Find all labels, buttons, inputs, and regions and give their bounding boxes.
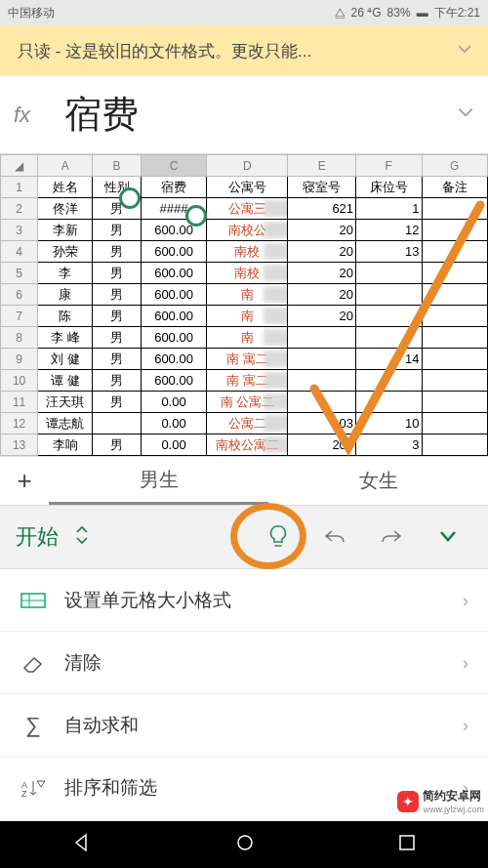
tab-male[interactable]: 男生 xyxy=(49,457,268,505)
cell-apt[interactable]: 南 xyxy=(207,306,288,327)
cell-fee[interactable]: 0.00 xyxy=(141,434,206,456)
row-num[interactable]: 10 xyxy=(1,370,38,392)
cell-note[interactable] xyxy=(422,284,488,306)
cell-apt[interactable]: 南校 xyxy=(207,263,288,284)
add-sheet-button[interactable]: + xyxy=(0,457,49,505)
back-button[interactable] xyxy=(72,833,92,856)
hdr-note[interactable]: 备注 xyxy=(422,177,488,198)
cell-apt[interactable]: 公寓二 xyxy=(207,413,288,434)
table-row[interactable]: 6 康 男 600.00 南 20 xyxy=(1,284,488,306)
cell-note[interactable] xyxy=(422,370,488,392)
cell-bed[interactable] xyxy=(356,327,422,349)
hdr-room[interactable]: 寝室号 xyxy=(288,177,356,198)
header-row[interactable]: 1 姓名 性别 宿费 公寓号 寝室号 床位号 备注 xyxy=(1,177,488,198)
row-num[interactable]: 12 xyxy=(1,413,38,434)
cell-name[interactable]: 佟洋 xyxy=(38,198,93,220)
hdr-bed[interactable]: 床位号 xyxy=(356,177,422,198)
cell-note[interactable] xyxy=(422,263,488,284)
cell-name[interactable]: 谭志航 xyxy=(38,413,93,434)
formula-bar[interactable]: fx 宿费 xyxy=(0,76,488,154)
col-f[interactable]: F xyxy=(356,155,422,177)
menu-clear[interactable]: 清除 › xyxy=(0,632,488,694)
cell-fee[interactable]: 600.00 xyxy=(141,284,206,306)
cell-name[interactable]: 汪天琪 xyxy=(38,392,93,413)
ribbon-tab-start[interactable]: 开始 xyxy=(16,522,59,552)
cell-name[interactable]: 李新 xyxy=(38,220,93,241)
undo-icon[interactable] xyxy=(310,527,359,547)
table-row[interactable]: 12 谭志航 0.00 公寓二 03 10 xyxy=(1,413,488,434)
cell-apt[interactable]: 南 xyxy=(207,284,288,306)
cell-apt[interactable]: 南校 xyxy=(207,241,288,263)
hdr-fee[interactable]: 宿费 xyxy=(141,177,206,198)
col-g[interactable]: G xyxy=(422,155,488,177)
cell-apt[interactable]: 南 寓二 xyxy=(207,349,288,370)
cell-sex[interactable]: 男 xyxy=(93,349,141,370)
lightbulb-icon[interactable] xyxy=(254,524,303,550)
cell-room[interactable] xyxy=(288,370,356,392)
cell-room[interactable]: 621 xyxy=(288,198,356,220)
cell-name[interactable]: 李 峰 xyxy=(38,327,93,349)
table-row[interactable]: 7 陈 男 600.00 南 20 xyxy=(1,306,488,327)
row-num[interactable]: 6 xyxy=(1,284,38,306)
cell-bed[interactable] xyxy=(356,370,422,392)
cell-room[interactable]: 20 xyxy=(288,241,356,263)
cell-bed[interactable]: 10 xyxy=(356,413,422,434)
cell-sex[interactable]: 男 xyxy=(93,263,141,284)
row-num[interactable]: 3 xyxy=(1,220,38,241)
up-down-icon[interactable] xyxy=(74,524,90,550)
cell-bed[interactable] xyxy=(356,284,422,306)
cell-bed[interactable] xyxy=(356,263,422,284)
cell-fee[interactable]: 600.00 xyxy=(141,349,206,370)
row-num[interactable]: 4 xyxy=(1,241,38,263)
column-header-row[interactable]: ◢ A B C D E F G xyxy=(1,155,488,177)
cell-note[interactable] xyxy=(422,434,488,456)
cell-room[interactable]: 20 xyxy=(288,306,356,327)
col-a[interactable]: A xyxy=(38,155,93,177)
cell-fee[interactable]: 600.00 xyxy=(141,370,206,392)
table-row[interactable]: 13 李响 男 0.00 南校公寓二 203 3 xyxy=(1,434,488,456)
cell-sex[interactable]: 男 xyxy=(93,284,141,306)
cell-apt[interactable]: 南 xyxy=(207,327,288,349)
hdr-name[interactable]: 姓名 xyxy=(38,177,93,198)
col-b[interactable]: B xyxy=(93,155,141,177)
cell-note[interactable] xyxy=(422,241,488,263)
cell-apt[interactable]: 南校公 xyxy=(207,220,288,241)
tab-female[interactable]: 女生 xyxy=(268,457,488,505)
row-num[interactable]: 5 xyxy=(1,263,38,284)
cell-bed[interactable]: 14 xyxy=(356,349,422,370)
cell-fee[interactable]: 600.00 xyxy=(141,327,206,349)
cell-room[interactable]: 20 xyxy=(288,220,356,241)
readonly-banner[interactable]: 只读 - 这是较旧的文件格式。更改只能... xyxy=(0,25,488,76)
row-num[interactable]: 11 xyxy=(1,392,38,413)
hdr-apt[interactable]: 公寓号 xyxy=(207,177,288,198)
cell-room[interactable]: 20 xyxy=(288,263,356,284)
cell-name[interactable]: 刘 健 xyxy=(38,349,93,370)
redo-icon[interactable] xyxy=(367,527,416,547)
table-row[interactable]: 8 李 峰 男 600.00 南 xyxy=(1,327,488,349)
cell-apt[interactable]: 南校公寓二 xyxy=(207,434,288,456)
table-row[interactable]: 4 孙荣 男 600.00 南校 20 13 xyxy=(1,241,488,263)
cell-sex[interactable]: 男 xyxy=(93,392,141,413)
cell-name[interactable]: 康 xyxy=(38,284,93,306)
cell-name[interactable]: 李响 xyxy=(38,434,93,456)
cell-sex[interactable]: 男 xyxy=(93,434,141,456)
cell-name[interactable]: 李 xyxy=(38,263,93,284)
select-all-corner[interactable]: ◢ xyxy=(1,155,38,177)
table-row[interactable]: 2 佟洋 男 #### 公寓三 621 1 xyxy=(1,198,488,220)
row-num[interactable]: 13 xyxy=(1,434,38,456)
cell-bed[interactable]: 12 xyxy=(356,220,422,241)
cell-note[interactable] xyxy=(422,349,488,370)
cell-room[interactable]: 03 xyxy=(288,413,356,434)
home-button[interactable] xyxy=(235,833,255,856)
cell-note[interactable] xyxy=(422,306,488,327)
cell-bed[interactable] xyxy=(356,392,422,413)
row-num[interactable]: 9 xyxy=(1,349,38,370)
menu-autosum[interactable]: ∑ 自动求和 › xyxy=(0,694,488,757)
cell-room[interactable] xyxy=(288,327,356,349)
spreadsheet-grid[interactable]: ◢ A B C D E F G 1 姓名 性别 宿费 公寓号 寝室号 床位号 备… xyxy=(0,154,488,456)
selection-handle-bottom[interactable] xyxy=(185,205,207,227)
cell-room[interactable]: 20 xyxy=(288,284,356,306)
cell-bed[interactable]: 13 xyxy=(356,241,422,263)
cell-fee[interactable]: 0.00 xyxy=(141,392,206,413)
cell-sex[interactable]: 男 xyxy=(93,370,141,392)
